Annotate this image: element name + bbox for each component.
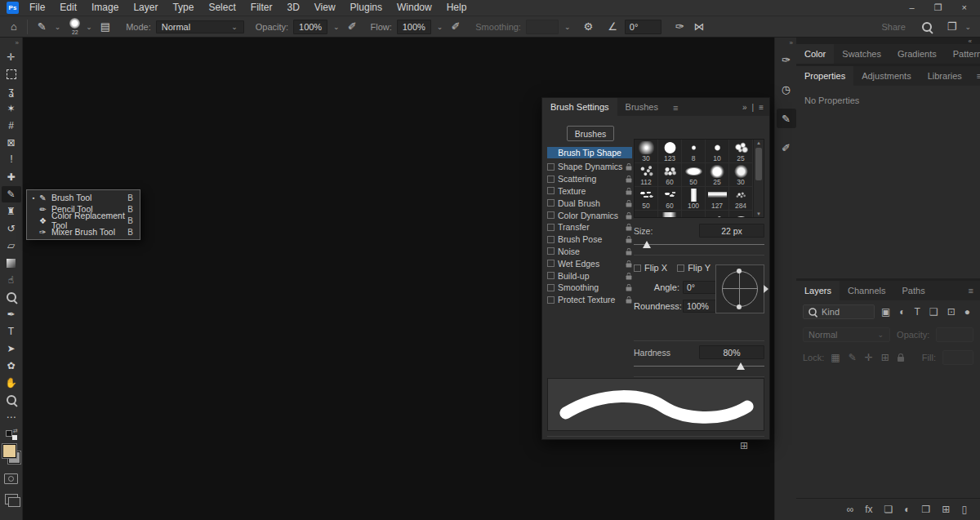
mode-select[interactable]: Normal ⌄	[156, 20, 244, 33]
panel-menu-icon[interactable]: ≡	[759, 103, 764, 112]
brushes-icon[interactable]: ✐	[777, 138, 796, 158]
brush-preset[interactable]: 25	[729, 140, 753, 163]
layer-mask-icon[interactable]: ❏	[884, 504, 893, 514]
custom-shape-tool[interactable]: ✿	[2, 358, 21, 374]
section-dual-brush[interactable]: Dual Brush	[547, 197, 632, 209]
swap-colors-icon[interactable]: ⇄	[6, 430, 17, 440]
toolbar-collapse-icon[interactable]: »	[16, 38, 22, 49]
menu-image[interactable]: Image	[84, 0, 126, 16]
hardness-slider-thumb[interactable]	[737, 362, 745, 370]
size-slider-thumb[interactable]	[643, 241, 651, 248]
dodge-tool[interactable]	[2, 289, 21, 305]
scrollbar-thumb[interactable]	[755, 148, 762, 180]
brush-preset[interactable]: 30	[635, 140, 658, 163]
object-selection-tool[interactable]: ✶	[2, 100, 21, 117]
filter-adjustment-icon[interactable]: ◐	[899, 307, 905, 317]
brush-preset-picker[interactable]: 22	[69, 18, 80, 35]
filter-shape-icon[interactable]: ❑	[929, 307, 938, 317]
brush-preset[interactable]: 30	[729, 163, 753, 187]
tab-swatches[interactable]: Swatches	[834, 44, 889, 64]
roundness-handle-bottom[interactable]	[737, 304, 742, 309]
menu-help[interactable]: Help	[439, 0, 474, 16]
section-color-dynamics[interactable]: Color Dynamics	[547, 209, 632, 221]
new-group-icon[interactable]: ❒	[922, 504, 931, 514]
minimize-button[interactable]: –	[910, 2, 915, 13]
angle-arrow-icon[interactable]	[764, 285, 768, 293]
section-transfer[interactable]: Transfer	[547, 221, 632, 233]
brush-preset[interactable]	[706, 211, 729, 218]
hardness-input[interactable]: 80%	[699, 345, 764, 359]
menu-window[interactable]: Window	[390, 0, 439, 16]
clone-stamp-tool[interactable]: ♜	[2, 203, 21, 220]
menu-3d[interactable]: 3D	[279, 0, 306, 16]
gradient-tool[interactable]	[2, 255, 21, 271]
smoothing-options-gear-icon[interactable]: ⚙	[581, 21, 595, 32]
flow-input[interactable]: 100%	[397, 20, 431, 34]
chevron-down-icon[interactable]: ⌄	[564, 23, 572, 31]
restore-button[interactable]: ❐	[934, 2, 942, 13]
menu-type[interactable]: Type	[165, 0, 201, 16]
link-layers-icon[interactable]: ∞	[847, 504, 854, 514]
brush-preset[interactable]: 50	[682, 163, 706, 187]
chevron-down-icon[interactable]: ⌄	[332, 23, 341, 31]
size-input[interactable]: 22 px	[699, 224, 764, 238]
airbrush-icon[interactable]: ✐	[448, 21, 462, 32]
filter-pixel-icon[interactable]: ▣	[881, 307, 890, 317]
section-brush-pose[interactable]: Brush Pose	[547, 233, 632, 246]
lock-artboard-icon[interactable]: ⊞	[881, 353, 889, 362]
menu-layer[interactable]: Layer	[126, 0, 165, 16]
tab-brushes[interactable]: Brushes	[617, 98, 666, 116]
chevron-down-icon[interactable]: ⌄	[85, 23, 93, 31]
brush-preset[interactable]: 127	[706, 187, 729, 211]
quick-mask-button[interactable]	[4, 473, 18, 484]
pen-tool[interactable]: ✒	[2, 306, 21, 322]
brush-preset[interactable]	[729, 211, 753, 218]
lock-transparency-icon[interactable]: ▦	[831, 353, 840, 362]
roundness-handle-top[interactable]	[737, 269, 742, 273]
paint-symmetry-icon[interactable]: ⋈	[692, 21, 707, 32]
menu-select[interactable]: Select	[201, 0, 243, 16]
tab-layers[interactable]: Layers	[796, 281, 840, 300]
close-button[interactable]: ×	[962, 2, 967, 13]
tab-brush-settings[interactable]: Brush Settings	[542, 98, 617, 116]
flyout-item-mixer-brush-tool[interactable]: ✑Mixer Brush ToolB	[27, 226, 140, 238]
brush-angle-control[interactable]	[715, 264, 764, 313]
brush-angle-input[interactable]: 0°	[625, 20, 662, 34]
workspace-icon[interactable]: ❐	[945, 21, 960, 32]
filter-toggle-icon[interactable]: ●	[964, 307, 970, 317]
menu-plugins[interactable]: Plugins	[343, 0, 390, 16]
brush-preset[interactable]: 8	[682, 140, 706, 163]
delete-layer-icon[interactable]: ▯	[961, 504, 967, 514]
flyout-item-color-replacement-tool[interactable]: ❖Color Replacement ToolB	[27, 215, 140, 226]
menu-view[interactable]: View	[307, 0, 343, 16]
brush-preset[interactable]: 112	[635, 163, 658, 187]
toggle-brush-settings-icon[interactable]: ▤	[98, 21, 113, 32]
chevron-down-icon[interactable]: ⌄	[54, 23, 62, 31]
brush-preset[interactable]: 60	[658, 163, 682, 187]
flyout-item-brush-tool[interactable]: ▪✎Brush ToolB	[27, 192, 140, 203]
foreground-color-swatch[interactable]	[2, 444, 16, 458]
tool-preset-icon[interactable]: ✎	[35, 21, 49, 32]
lock-pixels-icon[interactable]: ✎	[849, 353, 857, 362]
panel-menu-icon[interactable]: ≡	[666, 98, 684, 116]
tool-presets-icon[interactable]: ✑	[777, 50, 796, 69]
search-icon[interactable]	[922, 22, 932, 32]
section-wet-edges[interactable]: Wet Edges	[547, 257, 632, 269]
rectangular-marquee-tool[interactable]	[2, 66, 21, 82]
brush-preset[interactable]	[635, 211, 658, 218]
type-tool[interactable]: T	[2, 323, 21, 340]
brush-preset[interactable]: 123	[658, 140, 682, 163]
tab-channels[interactable]: Channels	[840, 281, 893, 300]
menu-edit[interactable]: Edit	[52, 0, 84, 16]
preset-grid-scrollbar[interactable]: ▲ ▼	[753, 140, 764, 217]
airbrush-opacity-icon[interactable]: ✐	[345, 21, 359, 32]
section-protect-texture[interactable]: Protect Texture	[547, 294, 632, 306]
history-brush-tool[interactable]: ↺	[2, 220, 21, 237]
brush-preset[interactable]: 284	[729, 187, 753, 211]
lasso-tool[interactable]: ʓ	[2, 83, 21, 100]
move-tool[interactable]: ✛	[2, 49, 21, 65]
menu-filter[interactable]: Filter	[243, 0, 280, 16]
section-build-up[interactable]: Build-up	[547, 269, 632, 282]
pressure-size-icon[interactable]: ✑	[673, 21, 687, 32]
adjustment-layer-icon[interactable]: ◐	[904, 504, 910, 514]
